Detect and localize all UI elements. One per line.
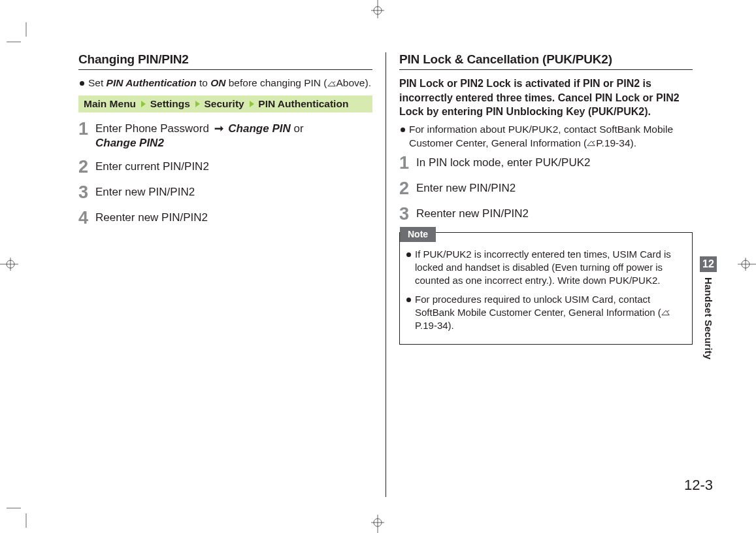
registration-mark-icon [0,258,18,271]
text: to [197,77,211,88]
breadcrumb-item: Security [205,98,244,109]
section-heading: Changing PIN/PIN2 [78,52,372,70]
step-item: Reenter new PIN/PIN2 [78,211,372,227]
reference-icon [587,140,596,147]
bullet-icon [401,128,405,132]
info-text: For information about PUK/PUK2, contact … [409,123,693,150]
text: Set [88,77,107,88]
note-label: Note [400,227,436,242]
section-heading: PIN Lock & Cancellation (PUK/PUK2) [399,52,693,70]
note-box: Note If PUK/PUK2 is incorrectly entered … [399,232,693,345]
text: P.19-34). [596,137,636,148]
reference-icon [661,309,670,317]
chapter-title: Handset Security [703,277,714,360]
side-tab: 12 Handset Security [700,256,717,360]
note-item: If PUK/PUK2 is incorrectly entered ten t… [406,248,685,288]
right-column: PIN Lock & Cancellation (PUK/PUK2) PIN L… [386,52,693,497]
chevron-right-icon [195,101,200,107]
step-item: Enter new PIN/PIN2 [399,181,693,198]
left-column: Changing PIN/PIN2 Set PIN Authentication… [78,52,386,497]
text: Change PIN2 [95,137,164,149]
bullet-icon [80,81,84,86]
text: Reenter new PIN/PIN2 [95,211,372,225]
intro-text: Set PIN Authentication to ON before chan… [88,77,372,90]
breadcrumb-item: Main Menu [84,98,136,109]
step-item: Enter new PIN/PIN2 [78,185,372,201]
text: If PUK/PUK2 is incorrectly entered ten t… [415,248,685,288]
registration-mark-icon [738,258,756,271]
text: Reenter new PIN/PIN2 [416,207,693,221]
breadcrumb-item: PIN Authentication [258,98,348,109]
bullet-icon [406,252,411,257]
step-item: In PIN lock mode, enter PUK/PUK2 [399,156,693,172]
text: Enter new PIN/PIN2 [95,185,372,199]
crop-mark-icon [7,502,33,528]
breadcrumb: Main Menu Settings Security PIN Authenti… [78,95,372,112]
reference-icon [327,80,337,88]
lead-paragraph: PIN Lock or PIN2 Lock is activated if PI… [399,77,693,119]
arrow-right-icon: ➞ [212,122,225,136]
step-item: Reenter new PIN/PIN2 [399,207,693,223]
steps-list: In PIN lock mode, enter PUK/PUK2 Enter n… [399,156,693,223]
text: PIN Authentication [107,77,197,88]
text: or [291,122,304,135]
crop-mark-icon [7,22,33,48]
text: Enter new PIN/PIN2 [416,181,693,196]
chevron-right-icon [141,101,146,107]
registration-mark-icon [371,0,384,18]
text: Enter Phone Password [95,122,212,135]
text: Enter current PIN/PIN2 [95,160,372,174]
page-number: 12-3 [684,477,713,494]
chevron-right-icon [250,101,254,107]
text: In PIN lock mode, enter PUK/PUK2 [416,156,693,170]
note-item: For procedures required to unlock USIM C… [406,293,685,333]
text: For procedures required to unlock USIM C… [415,294,661,318]
text: P.19-34). [415,320,454,331]
info-bullet: For information about PUK/PUK2, contact … [401,123,693,150]
text: ON [210,77,225,88]
text: Change PIN [228,122,290,135]
page-content: Changing PIN/PIN2 Set PIN Authentication… [78,52,706,497]
intro-bullet: Set PIN Authentication to ON before chan… [80,77,372,90]
text: before changing PIN ( [225,77,327,88]
text: Above). [337,77,371,88]
chapter-number: 12 [700,256,717,272]
steps-list: Enter Phone Password ➞ Change PIN or Cha… [78,122,372,227]
step-item: Enter Phone Password ➞ Change PIN or Cha… [78,122,372,150]
bullet-icon [406,298,411,302]
registration-mark-icon [371,515,384,533]
text: For procedures required to unlock USIM C… [415,293,685,333]
step-item: Enter current PIN/PIN2 [78,160,372,176]
breadcrumb-item: Settings [150,98,190,109]
